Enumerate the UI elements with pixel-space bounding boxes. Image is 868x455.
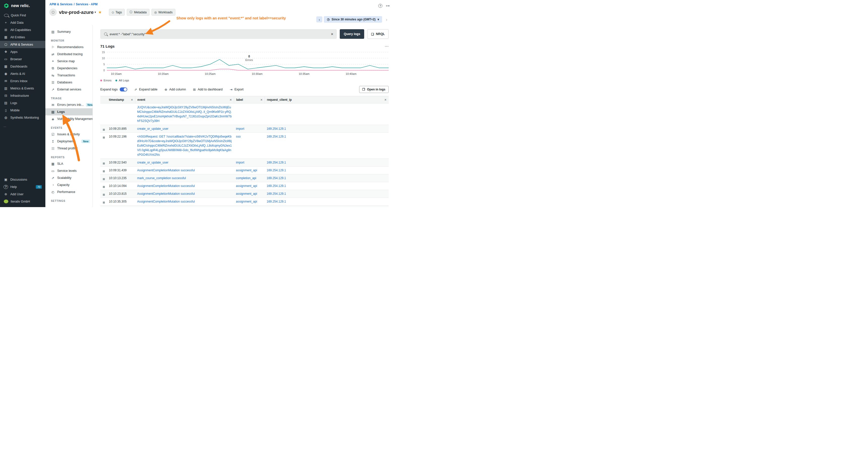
cell-event[interactable]: AssignmentCompletionMutation successful bbox=[135, 205, 234, 207]
nrql-button[interactable]: ❏ NRQL bbox=[367, 29, 389, 39]
cell-event[interactable]: AssignmentCompletionMutation successful bbox=[135, 166, 234, 174]
time-back-button[interactable]: ‹ bbox=[316, 17, 322, 23]
subnav-item-dependencies[interactable]: ⧉Dependencies bbox=[45, 65, 93, 72]
row-checkbox[interactable] bbox=[103, 162, 105, 164]
cell-label[interactable]: assignment_api bbox=[234, 205, 265, 207]
favorite-star-icon[interactable]: ★ bbox=[98, 10, 102, 14]
time-range-button[interactable]: ◷ Since 30 minutes ago (GMT+2) ▾ bbox=[324, 16, 382, 23]
nav-item-iterativ-gmbh[interactable]: Iterativ GmbH bbox=[0, 198, 45, 205]
help-icon[interactable]: ? bbox=[378, 4, 382, 8]
nav-item-apps[interactable]: ❖Apps bbox=[0, 48, 45, 56]
cell-request-client-ip[interactable]: 169.254.129.1 bbox=[265, 166, 389, 174]
cell-event[interactable]: create_or_update_user bbox=[135, 125, 234, 132]
row-checkbox[interactable] bbox=[103, 186, 105, 188]
nav-item-help[interactable]: ?Help70 bbox=[0, 183, 45, 191]
subnav-item-service-levels[interactable]: ▭Service levels bbox=[45, 167, 93, 174]
cell-label[interactable]: assignment_api bbox=[234, 198, 265, 205]
more-options-icon[interactable]: ⋯ bbox=[384, 44, 389, 48]
export-button[interactable]: ⇥ Export bbox=[229, 88, 244, 92]
subnav-item-capacity[interactable]: ◔Capacity bbox=[45, 182, 93, 189]
cell-event[interactable]: create_or_update_user bbox=[135, 159, 234, 166]
subnav-item-external-services[interactable]: ↗External services bbox=[45, 86, 93, 93]
nav-item-all-entities[interactable]: ▦All Entities bbox=[0, 33, 45, 41]
nav-item-synthetic-monitoring[interactable]: ◍Synthetic Monitoring bbox=[0, 114, 45, 121]
expand-logs-switch[interactable] bbox=[120, 88, 127, 92]
nav-item-mobile[interactable]: ▯Mobile bbox=[0, 106, 45, 114]
remove-column-icon[interactable]: ✕ bbox=[260, 98, 262, 101]
subnav-item-distributed-tracing[interactable]: ⇄Distributed tracing bbox=[45, 51, 93, 58]
cell-request-client-ip[interactable]: 169.254.129.1 bbox=[265, 174, 389, 182]
cell-event[interactable]: AssignmentCompletionMutation successful bbox=[135, 182, 234, 190]
cell-event[interactable]: <ASGIRequest: GET '/sso/callback/?state=… bbox=[135, 133, 234, 159]
cell-event[interactable]: mark_course_completion successful bbox=[135, 174, 234, 182]
cell-request-client-ip[interactable]: 169.254.129.1 bbox=[265, 182, 389, 190]
open-in-logs-button[interactable]: ❐ Open in logs bbox=[359, 86, 389, 93]
metadata-button[interactable]: ⓘ Metadata bbox=[127, 9, 150, 15]
log-row[interactable]: 10:09:22.540create_or_update_userimport1… bbox=[100, 159, 389, 166]
subnav-item-service-map[interactable]: ⌖Service map bbox=[45, 58, 93, 65]
nav-item-browser[interactable]: ▭Browser bbox=[0, 56, 45, 63]
legend-item-all-logs[interactable]: All Logs bbox=[116, 79, 129, 82]
cell-request-client-ip[interactable]: 169.254.129.1 bbox=[265, 133, 389, 159]
subnav-item-sla[interactable]: ▦SLA bbox=[45, 160, 93, 167]
nav-item-apm-services[interactable]: ⬡APM & Services bbox=[0, 41, 45, 48]
nav-item-alerts-ai[interactable]: ◉Alerts & AI bbox=[0, 70, 45, 77]
log-row[interactable]: 10:10:44.066AssignmentCompletionMutation… bbox=[100, 205, 389, 207]
add-column-button[interactable]: ⊕ Add column bbox=[164, 88, 186, 92]
time-forward-button[interactable]: › bbox=[383, 17, 390, 23]
legend-item-errors[interactable]: Errors bbox=[100, 79, 112, 82]
subnav-item-errors-errors-inb[interactable]: ✉Errors (errors inb...New bbox=[45, 101, 93, 108]
subnav-item-recommendations[interactable]: ⚐Recommendations bbox=[45, 43, 93, 51]
nav-item-quick-find[interactable]: Quick Find bbox=[0, 11, 45, 19]
remove-column-icon[interactable]: ✕ bbox=[384, 98, 386, 101]
nav-item-add-user[interactable]: ⊕Add User bbox=[0, 191, 45, 198]
subnav-item-thread-profiler[interactable]: ☷Thread profiler bbox=[45, 145, 93, 152]
log-row[interactable]: 10:10:35.305AssignmentCompletionMutation… bbox=[100, 198, 389, 205]
nav-item-all-capabilities[interactable]: ⊞All Capabilities bbox=[0, 26, 45, 33]
cell-label[interactable]: assignment_api bbox=[234, 166, 265, 174]
row-checkbox[interactable] bbox=[103, 178, 105, 180]
log-row[interactable]: 10:09:22.196<ASGIRequest: GET '/sso/call… bbox=[100, 133, 389, 159]
add-to-dashboard-button[interactable]: ⊞ Add to dashboard bbox=[193, 88, 223, 92]
row-checkbox[interactable] bbox=[103, 201, 105, 203]
cell-event[interactable]: JUQVU&code=eyJraWQiOiJjcGltY29yZV8wOTl1M… bbox=[135, 103, 234, 125]
log-row[interactable]: 10:10:13.235mark_course_completion succe… bbox=[100, 174, 389, 182]
nav-item-discussions[interactable]: ▣Discussions bbox=[0, 176, 45, 183]
cell-label[interactable]: assignment_api bbox=[234, 190, 265, 197]
row-checkbox[interactable] bbox=[103, 170, 105, 172]
log-row[interactable]: 10:09:20.895create_or_update_userimport1… bbox=[100, 125, 389, 133]
subnav-item-deployments[interactable]: ↥DeploymentsNew bbox=[45, 138, 93, 145]
row-checkbox[interactable] bbox=[103, 194, 105, 196]
logs-search-input[interactable]: event:* -"label":"security" ✕ bbox=[100, 29, 337, 39]
nav-item-infrastructure[interactable]: ⊟Infrastructure bbox=[0, 92, 45, 99]
entity-switcher-caret-icon[interactable]: ▾ bbox=[94, 10, 96, 14]
subnav-item-issues-activity[interactable]: ☑Issues & activity bbox=[45, 131, 93, 138]
nav-item-metrics-events[interactable]: ▥Metrics & Events bbox=[0, 85, 45, 92]
cell-event[interactable]: AssignmentCompletionMutation successful bbox=[135, 198, 234, 205]
subnav-item-performance[interactable]: ◴Performance bbox=[45, 189, 93, 195]
cell-event[interactable]: AssignmentCompletionMutation successful bbox=[135, 190, 234, 197]
nav-item-dashboards[interactable]: ▦Dashboards bbox=[0, 63, 45, 70]
subnav-item-scalability[interactable]: ⇗Scalability bbox=[45, 174, 93, 182]
column-header-request_client_ip[interactable]: request_client_ip✕ bbox=[265, 96, 389, 103]
workloads-button[interactable]: ◎ Workloads bbox=[152, 9, 176, 15]
row-checkbox[interactable] bbox=[103, 129, 105, 131]
subnav-item-summary[interactable]: ▤Summary bbox=[45, 28, 93, 35]
column-header-event[interactable]: event✕ bbox=[135, 96, 234, 103]
clear-query-icon[interactable]: ✕ bbox=[331, 32, 334, 36]
expand-table-button[interactable]: ⇗ Expand table bbox=[134, 88, 157, 92]
cell-request-client-ip[interactable]: 169.254.129.1 bbox=[265, 205, 389, 207]
breadcrumb-apm-services[interactable]: APM & Services bbox=[50, 2, 72, 6]
tags-button[interactable]: ◇ Tags bbox=[109, 9, 125, 15]
cell-label[interactable]: import bbox=[234, 125, 265, 132]
remove-column-icon[interactable]: ✕ bbox=[229, 98, 232, 101]
subnav-item-logs[interactable]: ▤Logs bbox=[45, 108, 93, 116]
subnav-item-databases[interactable]: ☰Databases bbox=[45, 79, 93, 86]
newrelic-logo[interactable]: new relic. bbox=[0, 0, 45, 11]
nav-item-logs[interactable]: ▤Logs bbox=[0, 99, 45, 106]
nav-item-add-data[interactable]: +Add Data bbox=[0, 19, 45, 26]
column-header-label[interactable]: label✕ bbox=[234, 96, 265, 103]
query-logs-button[interactable]: Query logs bbox=[340, 29, 364, 39]
cell-label[interactable]: assignment_api bbox=[234, 182, 265, 190]
log-row[interactable]: 10:10:23.815AssignmentCompletionMutation… bbox=[100, 190, 389, 198]
